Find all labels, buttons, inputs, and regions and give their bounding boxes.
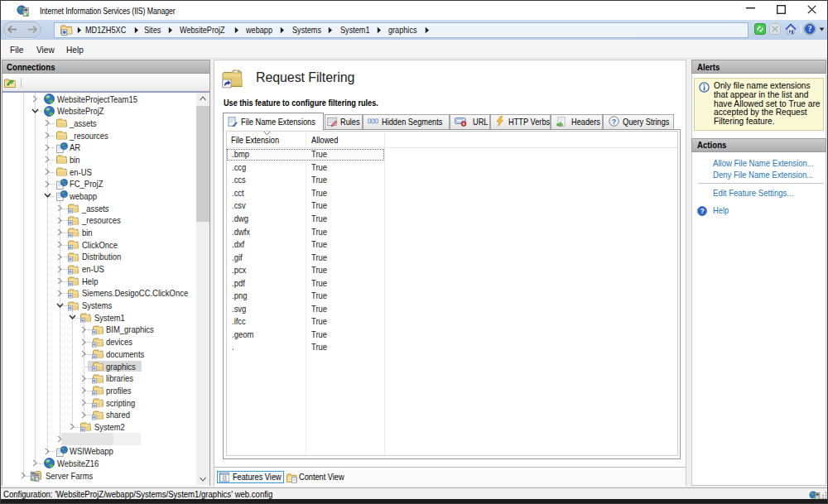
svg-text:?: ? bbox=[611, 118, 616, 126]
svg-text:?: ? bbox=[700, 207, 704, 215]
svg-text:?: ? bbox=[808, 25, 812, 33]
